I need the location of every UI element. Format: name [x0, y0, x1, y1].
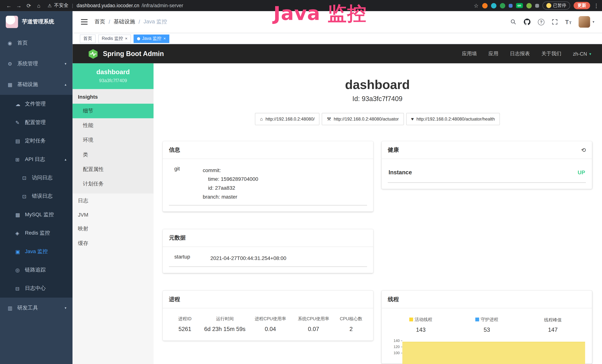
tab-java[interactable]: Java 监控 ×: [134, 34, 169, 43]
tab-label: 首页: [83, 36, 92, 42]
paused-badge-label: 已暂停: [553, 3, 566, 8]
process-stat: CPU核心数 2: [335, 316, 367, 332]
refresh-icon[interactable]: ⟳: [24, 2, 34, 9]
url-path[interactable]: /infra/admin-server: [142, 3, 183, 8]
sidebar-item-accesslog[interactable]: ⊡ 访问日志: [0, 169, 73, 187]
forward-icon[interactable]: →: [14, 2, 24, 9]
sidebar-item-redis[interactable]: ◈ Redis 监控: [0, 224, 73, 242]
close-icon[interactable]: ×: [125, 37, 127, 41]
extension-on-badge[interactable]: on: [516, 3, 523, 8]
thread-stat: 线程峰值 147: [520, 316, 586, 333]
sba-item-mappings[interactable]: 映射: [73, 222, 153, 236]
sba-language-select[interactable]: zh-CN ▾: [573, 51, 591, 57]
chevron-down-icon: ▾: [592, 20, 594, 24]
sidebar-item-infra[interactable]: ▦ 基础设施 ▴: [0, 74, 73, 95]
bookmark-star-icon[interactable]: ☆: [474, 2, 479, 9]
y-tick: 100: [394, 351, 400, 355]
sba-item-metrics[interactable]: 性能: [73, 118, 153, 133]
sidebar-item-mysql[interactable]: ▩ MySQL 监控: [0, 205, 73, 224]
url-host[interactable]: dashboard.yudao.iocoder.cn: [76, 3, 139, 8]
sidebar-item-job[interactable]: ▤ 定时任务: [0, 132, 73, 150]
browser-home-icon[interactable]: ⌂: [34, 2, 44, 9]
extension-icon-2[interactable]: [491, 3, 496, 8]
sba-item-classes[interactable]: 类: [73, 147, 153, 162]
sidebar-item-apilog[interactable]: ⊞ API 日志 ▴: [0, 150, 73, 169]
y-tick-mark: [401, 347, 402, 347]
instance-links: ⌂ http://192.168.0.2:48080/ ⚒ http://192…: [163, 113, 592, 125]
sidebar-item-home[interactable]: ◉ 首页: [0, 33, 73, 54]
sidebar-item-file[interactable]: ☁ 文件管理: [0, 95, 73, 113]
search-icon[interactable]: [510, 19, 516, 25]
chevron-up-icon: ▴: [65, 83, 66, 86]
avatar[interactable]: [579, 16, 590, 28]
cloud-icon: ☁: [15, 101, 25, 107]
thread-stat: 守护进程 53: [454, 316, 520, 333]
hamburger-icon[interactable]: [81, 19, 87, 25]
actuator-url-button[interactable]: ⚒ http://192.168.0.2:48080/actuator: [322, 113, 404, 125]
gear-icon: ⚙: [8, 61, 17, 66]
help-icon[interactable]: ?: [538, 19, 545, 25]
back-icon[interactable]: ←: [4, 2, 14, 9]
font-size-icon[interactable]: TT: [565, 19, 572, 25]
update-button[interactable]: 更新: [574, 2, 590, 9]
user-menu[interactable]: ▾: [579, 16, 594, 28]
browser-menu-icon[interactable]: ⋮: [593, 2, 598, 9]
history-icon[interactable]: ⟲: [581, 147, 586, 153]
extension-icon-6[interactable]: [526, 3, 532, 8]
extension-icon-4[interactable]: [509, 4, 512, 8]
sba-brand[interactable]: Spring Boot Admin: [88, 49, 164, 59]
paused-badge[interactable]: 已暂停: [542, 1, 570, 10]
sidebar-item-java[interactable]: ▣ Java 监控: [0, 242, 73, 261]
sba-brand-title: Spring Boot Admin: [103, 50, 164, 58]
sba-nav-journal[interactable]: 日志报表: [510, 50, 530, 57]
app-title: 芋道管理系统: [22, 18, 54, 25]
sba-item-details[interactable]: 细节: [73, 104, 153, 118]
health-url-button[interactable]: ♥ http://192.168.0.2:48080/actuator/heal…: [406, 113, 500, 125]
breadcrumb-infra[interactable]: 基础设施: [114, 18, 135, 25]
sidebar-item-devtools[interactable]: ▥ 研发工具 ▾: [0, 298, 73, 318]
sba-item-logfile[interactable]: 日志: [73, 193, 153, 208]
tab-home[interactable]: 首页: [80, 34, 96, 43]
instance-id-subtitle: Id: 93a3fc7f7409: [163, 95, 592, 103]
sidebar-item-trace[interactable]: ◎ 链路追踪: [0, 261, 73, 279]
sba-item-scheduled[interactable]: 计划任务: [73, 177, 153, 191]
sba-item-jvm[interactable]: JVM: [73, 208, 153, 221]
sba-instance-header[interactable]: dashboard 93a3fc7f7409: [73, 64, 153, 89]
extension-icon-3[interactable]: [500, 3, 505, 8]
process-stat-value: 5261: [169, 326, 201, 332]
y-tick-mark: [401, 353, 402, 353]
process-stat-value: 0.04: [249, 326, 292, 332]
app-logo[interactable]: 芋道管理系统: [0, 11, 73, 33]
git-key: git: [169, 166, 203, 201]
eye-icon: ◎: [15, 267, 25, 273]
extensions-puzzle-icon[interactable]: [535, 4, 539, 8]
close-icon[interactable]: ×: [163, 37, 166, 41]
extension-icon-1[interactable]: [482, 3, 487, 8]
github-icon[interactable]: [524, 18, 531, 25]
sba-item-environment[interactable]: 环境: [73, 133, 153, 147]
sidebar-item-logcenter[interactable]: ⊟ 日志中心: [0, 279, 73, 298]
security-label[interactable]: 不安全: [54, 2, 68, 9]
sidebar-item-label: 配置管理: [25, 119, 46, 126]
sidebar-item-config[interactable]: ✎ 配置管理: [0, 113, 73, 132]
process-stat: 运行时间 6d 23h 15m 59s: [201, 316, 249, 332]
sidebar-item-errorlog[interactable]: ⊡ 错误日志: [0, 187, 73, 205]
annotation-text: Java 监控: [273, 1, 366, 27]
instance-health-row[interactable]: Instance UP: [388, 166, 586, 183]
sidebar-item-system[interactable]: ⚙ 系统管理 ▾: [0, 54, 73, 74]
breadcrumb-home[interactable]: 首页: [94, 18, 105, 25]
sba-item-configprops[interactable]: 配置属性: [73, 162, 153, 177]
address-bar[interactable]: ⚠ 不安全 | dashboard.yudao.iocoder.cn/infra…: [48, 2, 183, 9]
pencil-icon: ✎: [15, 120, 25, 125]
chevron-down-icon: ▾: [589, 52, 591, 56]
service-url-button[interactable]: ⌂ http://192.168.0.2:48080/: [255, 113, 320, 125]
active-dot: [137, 37, 140, 40]
sba-item-caches[interactable]: 缓存: [73, 236, 153, 251]
header-actions: ? TT ▾: [510, 16, 602, 28]
sba-nav-wall[interactable]: 应用墙: [462, 50, 477, 57]
tab-redis[interactable]: Redis 监控 ×: [98, 34, 131, 43]
sba-nav-applications[interactable]: 应用: [488, 50, 498, 57]
fullscreen-icon[interactable]: [552, 19, 558, 25]
sba-body: dashboard 93a3fc7f7409 Insights 细节 性能 环境…: [73, 64, 602, 364]
sba-nav-about[interactable]: 关于我们: [541, 50, 561, 57]
